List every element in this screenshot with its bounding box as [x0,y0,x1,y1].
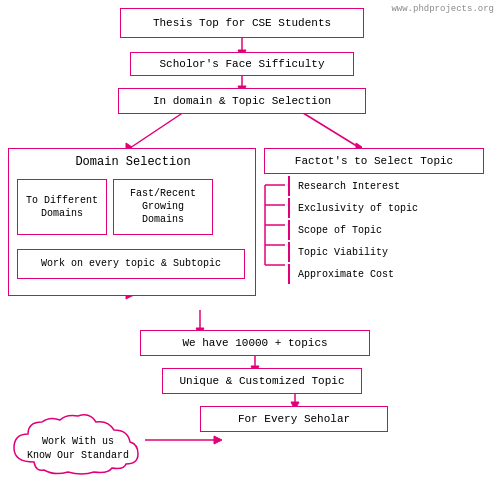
research-box: Research Interest [288,176,458,196]
scholar-box: Scholor's Face Sifficulty [130,52,354,76]
have-topics-box: We have 10000 + topics [140,330,370,356]
scope-box: Scope of Topic [288,220,458,240]
svg-marker-31 [214,436,222,444]
factors-box: Factot's to Select Topic [264,148,484,174]
domain-selection-box: Domain Selection To DifferentDomains Fas… [8,148,256,296]
viability-box: Topic Viability [288,242,458,262]
unique-topic-box: Unique & Customized Topic [162,368,362,394]
watermark: www.phdprojects.org [391,4,494,14]
domain-topic-box: In domain & Topic Selection [118,88,366,114]
for-every-box: For Every Seholar [200,406,388,432]
exclusivity-box: Exclusivity of topic [288,198,458,218]
fast-recent-box: Fast/RecentGrowingDomains [113,179,213,235]
svg-line-4 [130,108,190,148]
svg-line-6 [295,108,360,148]
chart-container: www.phdprojects.org [0,0,500,500]
cloud-shape: Work With usKnow Our Standard [4,412,152,478]
to-different-box: To DifferentDomains [17,179,107,235]
domain-selection-label: Domain Selection [17,155,249,171]
thesis-box: Thesis Top for CSE Students [120,8,364,38]
work-every-box: Work on every topic & Subtopic [17,249,245,279]
approx-cost-box: Approximate Cost [288,264,458,284]
